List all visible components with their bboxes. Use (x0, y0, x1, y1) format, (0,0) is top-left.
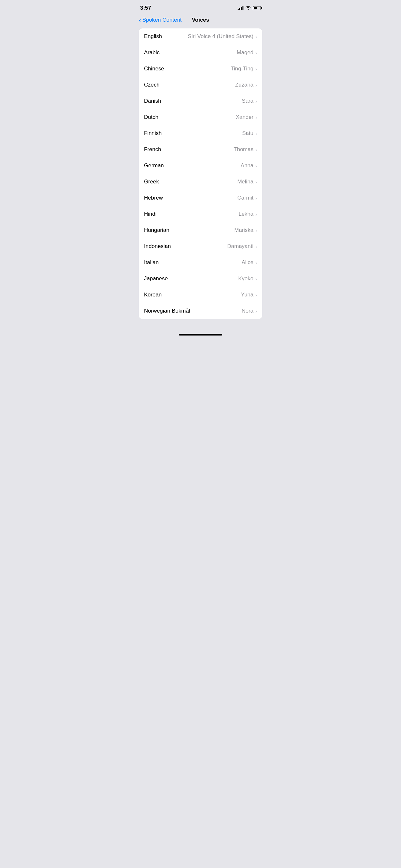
language-label: Chinese (144, 66, 164, 72)
list-item[interactable]: DanishSara› (139, 93, 262, 109)
chevron-right-icon: › (255, 292, 257, 298)
chevron-right-icon: › (255, 50, 257, 56)
language-label: Finnish (144, 130, 162, 136)
voice-value: Maged› (237, 50, 257, 56)
chevron-right-icon: › (255, 276, 257, 282)
chevron-right-icon: › (255, 179, 257, 185)
voice-name: Zuzana (235, 82, 253, 88)
language-label: Norwegian Bokmål (144, 308, 190, 314)
voice-value: Alice› (242, 259, 257, 266)
voice-value: Melina› (237, 179, 257, 185)
language-label: Korean (144, 291, 162, 298)
voice-name: Mariska (234, 227, 253, 234)
list-item[interactable]: Norwegian BokmålNora› (139, 303, 262, 319)
chevron-right-icon: › (255, 308, 257, 314)
status-time: 3:57 (140, 5, 151, 11)
home-indicator (179, 334, 222, 336)
chevron-right-icon: › (255, 131, 257, 136)
voice-value: Damayanti› (227, 243, 257, 250)
chevron-right-icon: › (255, 82, 257, 88)
language-label: Greek (144, 179, 159, 185)
voice-name: Siri Voice 4 (United States) (188, 33, 253, 40)
voice-value: Ting-Ting› (230, 66, 257, 72)
voice-name: Anna (241, 162, 253, 169)
list-item[interactable]: JapaneseKyoko› (139, 271, 262, 287)
list-item[interactable]: GreekMelina› (139, 174, 262, 190)
chevron-right-icon: › (255, 115, 257, 120)
voice-name: Maged (237, 50, 253, 56)
chevron-right-icon: › (255, 34, 257, 39)
list-item[interactable]: HebrewCarmit› (139, 190, 262, 206)
chevron-right-icon: › (255, 244, 257, 249)
voice-value: Lekha› (239, 211, 257, 217)
voice-value: Mariska› (234, 227, 257, 234)
voice-name: Xander (236, 114, 253, 120)
battery-icon (253, 6, 261, 10)
voice-value: Kyoko› (238, 275, 257, 282)
voice-name: Damayanti (227, 243, 253, 250)
voice-name: Thomas (234, 146, 253, 153)
language-label: Indonesian (144, 243, 171, 250)
voice-value: Thomas› (234, 146, 257, 153)
list-item[interactable]: IndonesianDamayanti› (139, 238, 262, 254)
list-item[interactable]: GermanAnna› (139, 158, 262, 174)
chevron-right-icon: › (255, 98, 257, 104)
voice-value: Nora› (242, 308, 257, 314)
voice-value: Siri Voice 4 (United States)› (188, 33, 257, 40)
chevron-right-icon: › (255, 212, 257, 217)
chevron-right-icon: › (255, 228, 257, 233)
list-item[interactable]: FrenchThomas› (139, 142, 262, 158)
list-item[interactable]: ItalianAlice› (139, 254, 262, 271)
voice-name: Ting-Ting (230, 66, 253, 72)
voice-value: Sara› (242, 98, 257, 104)
voice-value: Yuna› (241, 291, 257, 298)
language-label: Czech (144, 82, 159, 88)
voice-name: Nora (242, 308, 253, 314)
status-bar: 3:57 (134, 0, 267, 14)
language-label: Hindi (144, 211, 157, 217)
list-item[interactable]: ArabicMaged› (139, 44, 262, 61)
voice-value: Xander› (236, 114, 257, 120)
chevron-right-icon: › (255, 66, 257, 72)
chevron-right-icon: › (255, 195, 257, 201)
voice-value: Satu› (242, 130, 257, 136)
voice-name: Lekha (239, 211, 253, 217)
page-title: Voices (192, 17, 209, 23)
chevron-right-icon: › (255, 163, 257, 168)
language-label: French (144, 146, 161, 153)
voices-content: EnglishSiri Voice 4 (United States)›Arab… (134, 28, 267, 329)
voice-value: Carmit› (237, 195, 257, 201)
chevron-right-icon: › (255, 260, 257, 266)
voice-name: Alice (242, 259, 253, 266)
list-item[interactable]: KoreanYuna› (139, 287, 262, 303)
signal-icon (238, 6, 243, 10)
list-item[interactable]: HungarianMariska› (139, 222, 262, 238)
voice-name: Melina (237, 179, 253, 185)
wifi-icon (245, 5, 251, 11)
voice-name: Satu (242, 130, 253, 136)
list-item[interactable]: EnglishSiri Voice 4 (United States)› (139, 28, 262, 44)
back-chevron-icon: ‹ (139, 17, 141, 23)
language-label: Hebrew (144, 195, 163, 201)
voice-name: Carmit (237, 195, 253, 201)
status-icons (238, 5, 261, 11)
back-label: Spoken Content (143, 17, 182, 23)
language-label: Danish (144, 98, 161, 104)
language-label: Japanese (144, 275, 168, 282)
voices-list: EnglishSiri Voice 4 (United States)›Arab… (139, 28, 262, 319)
nav-bar: ‹ Spoken Content Voices (134, 14, 267, 28)
language-label: German (144, 162, 164, 169)
list-item[interactable]: ChineseTing-Ting› (139, 61, 262, 77)
language-label: Italian (144, 259, 158, 266)
language-label: Dutch (144, 114, 158, 120)
chevron-right-icon: › (255, 147, 257, 152)
voice-name: Yuna (241, 291, 253, 298)
list-item[interactable]: DutchXander› (139, 109, 262, 125)
language-label: Hungarian (144, 227, 169, 234)
voice-name: Kyoko (238, 275, 253, 282)
list-item[interactable]: HindiLekha› (139, 206, 262, 222)
list-item[interactable]: FinnishSatu› (139, 125, 262, 142)
language-label: English (144, 33, 162, 40)
back-button[interactable]: ‹ Spoken Content (139, 17, 182, 23)
list-item[interactable]: CzechZuzana› (139, 77, 262, 93)
